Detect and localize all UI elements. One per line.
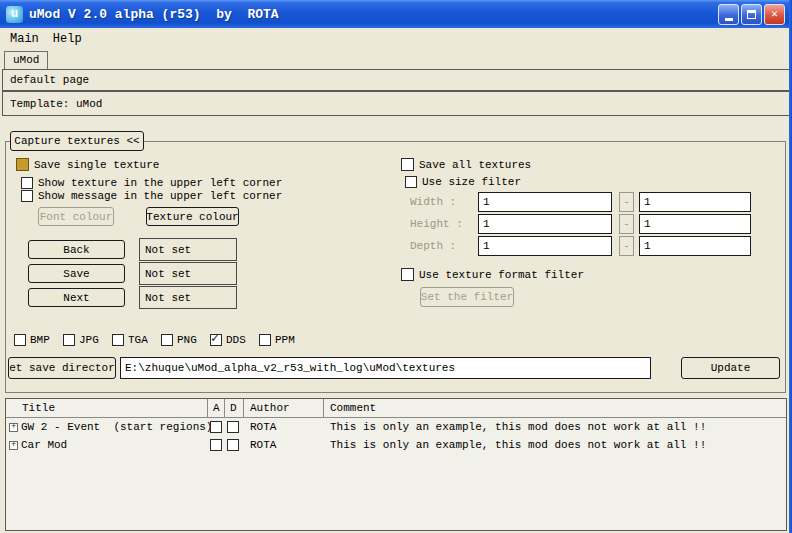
format-dds-label: DDS [226,334,246,346]
minimize-icon [725,18,733,21]
template-label: Template: uMod [10,98,102,110]
format-tga-label: TGA [128,334,148,346]
menu-help[interactable]: Help [47,30,88,48]
show-message-label: Show message in the upper left corner [38,190,282,202]
update-button[interactable]: Update [681,357,780,379]
column-header-a[interactable]: A [213,402,220,414]
expand-icon[interactable] [9,441,18,450]
next-button[interactable]: Next [28,288,125,307]
header-divider [6,417,786,418]
column-divider [224,399,225,417]
mod-row-comment: This is only an example, this mod does n… [330,439,706,451]
height-label: Height : [410,218,463,230]
depth-range-separator: - [619,236,634,256]
mod-row-comment: This is only an example, this mod does n… [330,421,706,433]
window-title: uMod V 2.0 alpha (r53) by ROTA [29,7,718,22]
texture-slot-3: Not set [139,286,237,309]
save-all-textures-label: Save all textures [419,159,531,171]
mod-row-author: ROTA [250,439,276,451]
format-ppm-label: PPM [275,334,295,346]
menu-main[interactable]: Main [4,30,45,48]
use-size-filter-label: Use size filter [422,176,521,188]
save-button[interactable]: Save [28,264,125,283]
mod-row-d-checkbox[interactable] [227,439,239,451]
mod-row-a-checkbox[interactable] [210,439,222,451]
font-colour-button[interactable]: Font colour [38,207,114,226]
format-dds-checkbox[interactable] [210,334,222,346]
height-min-input[interactable] [478,214,612,234]
template-box: Template: uMod [2,91,790,116]
width-label: Width : [410,196,456,208]
format-jpg-label: JPG [79,334,99,346]
column-divider [243,399,244,417]
use-format-filter-label: Use texture format filter [419,269,584,281]
width-min-input[interactable] [478,192,612,212]
height-range-separator: - [619,214,634,234]
column-divider [207,399,208,417]
save-single-texture-checkbox[interactable] [16,158,29,171]
column-header-comment[interactable]: Comment [330,402,376,414]
mod-row-title[interactable]: Car Mod [21,439,67,451]
depth-label: Depth : [410,240,456,252]
height-max-input[interactable] [639,214,751,234]
format-tga-checkbox[interactable] [112,334,124,346]
capture-textures-toggle-button[interactable]: Capture textures << [10,131,144,151]
format-jpg-checkbox[interactable] [63,334,75,346]
window-controls [718,4,785,25]
page-name-box: default page [2,69,790,91]
use-size-filter-checkbox[interactable] [405,176,417,188]
set-save-directory-button[interactable]: et save director [8,357,116,379]
column-divider [323,399,324,417]
expand-icon[interactable] [9,423,18,432]
width-range-separator: - [619,192,634,212]
save-all-textures-checkbox[interactable] [401,158,414,171]
menu-bar: Main Help [0,28,792,50]
show-texture-checkbox[interactable] [21,177,33,189]
depth-max-input[interactable] [639,236,751,256]
column-header-author[interactable]: Author [250,402,290,414]
mod-row-a-checkbox[interactable] [210,421,222,433]
column-header-title[interactable]: Title [22,402,55,414]
texture-slot-1: Not set [139,238,237,261]
texture-colour-button[interactable]: Texture colour [146,207,239,226]
minimize-button[interactable] [718,4,739,25]
format-bmp-checkbox[interactable] [14,334,26,346]
title-bar: u uMod V 2.0 alpha (r53) by ROTA [0,0,792,28]
use-format-filter-checkbox[interactable] [401,268,414,281]
mod-row-author: ROTA [250,421,276,433]
format-ppm-checkbox[interactable] [259,334,271,346]
maximize-icon [747,10,756,19]
texture-slot-2: Not set [139,262,237,285]
mod-row-title[interactable]: GW 2 - Event (start regions) [21,421,212,433]
maximize-button[interactable] [741,4,762,25]
depth-min-input[interactable] [478,236,612,256]
save-single-texture-label: Save single texture [34,159,159,171]
show-message-checkbox[interactable] [21,190,33,202]
mod-list: Title A D Author Comment GW 2 - Event (s… [5,398,787,531]
close-icon [771,8,778,20]
save-directory-path-input[interactable] [120,357,651,379]
mod-row-d-checkbox[interactable] [227,421,239,433]
format-bmp-label: BMP [30,334,50,346]
back-button[interactable]: Back [28,240,125,259]
close-button[interactable] [764,4,785,25]
format-png-label: PNG [177,334,197,346]
set-filter-button[interactable]: Set the filter [420,287,514,307]
show-texture-label: Show texture in the upper left corner [38,177,282,189]
format-png-checkbox[interactable] [161,334,173,346]
umod-logo-icon: u [6,6,23,23]
column-header-d[interactable]: D [230,402,237,414]
page-name: default page [10,74,89,86]
tab-umod[interactable]: uMod [4,51,48,69]
width-max-input[interactable] [639,192,751,212]
